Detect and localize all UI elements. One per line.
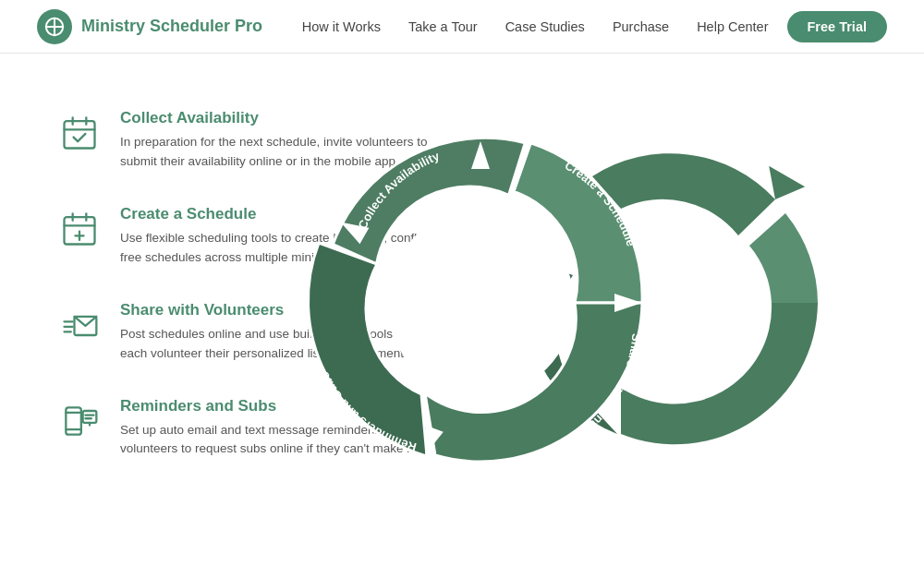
logo-link[interactable]: Ministry Scheduler Pro [37,9,262,44]
calendar-check-icon [55,109,103,157]
cycle-diagram-proper: Collect Availability Create a Schedule S… [286,109,675,497]
svg-rect-20 [83,411,97,423]
nav-how-it-works[interactable]: How it Works [302,19,381,34]
nav-purchase[interactable]: Purchase [613,19,669,34]
center-circle [388,211,573,395]
logo-icon [37,9,72,44]
nav-links: How it Works Take a Tour Case Studies Pu… [302,18,769,35]
svg-rect-3 [65,121,95,148]
mobile-message-icon [55,397,103,445]
main-content: Collect Availability In preparation for … [0,54,924,534]
free-trial-button[interactable]: Free Trial [787,11,887,42]
nav-help-center[interactable]: Help Center [697,19,768,34]
nav-take-a-tour[interactable]: Take a Tour [408,19,478,34]
calendar-plus-icon [55,205,103,253]
nav-case-studies[interactable]: Case Studies [505,19,585,34]
diagram-area: .seg-text { font-family: -apple-system, … [480,109,869,497]
mail-share-icon [55,301,103,349]
logo-text: Ministry Scheduler Pro [81,17,262,36]
navbar: Ministry Scheduler Pro How it Works Take… [0,0,924,54]
